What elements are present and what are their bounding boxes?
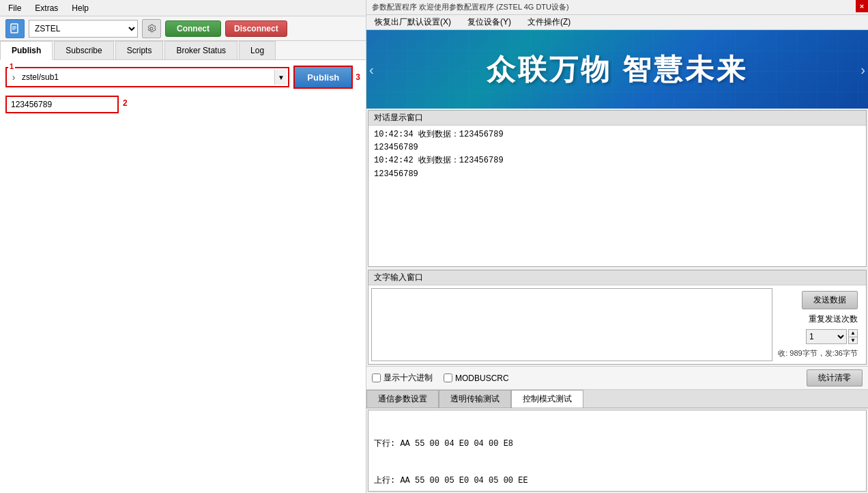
repeat-spinner[interactable]: ▲ ▼ xyxy=(848,329,858,344)
spinner-up[interactable]: ▲ xyxy=(849,330,857,337)
repeat-select-wrap: 1 ▲ ▼ xyxy=(806,329,858,344)
spinner-down[interactable]: ▼ xyxy=(849,337,857,344)
hex-checkbox-item: 显示十六进制 xyxy=(372,372,433,384)
dialog-display-panel: 对话显示窗口 10:42:34 收到数据：123456789 123456789… xyxy=(368,110,867,267)
topic-label-number: 1 xyxy=(8,62,15,70)
menu-file-ops[interactable]: 文件操作(Z) xyxy=(525,16,573,29)
tab-publish[interactable]: Publish xyxy=(0,41,53,60)
tab-log[interactable]: Log xyxy=(239,41,276,59)
input-controls: 发送数据 重复发送次数 1 ▲ ▼ 收: 989字节，发:36字节 xyxy=(772,288,863,361)
message-input[interactable] xyxy=(7,97,117,112)
hex-checkbox[interactable] xyxy=(372,374,381,382)
tab-broker-status[interactable]: Broker Status xyxy=(164,41,237,59)
menu-help[interactable]: Help xyxy=(69,2,91,14)
tab-control-mode[interactable]: 控制模式测试 xyxy=(511,390,583,408)
banner-nav-right[interactable]: › xyxy=(860,61,865,77)
message-label-number: 2 xyxy=(123,98,128,108)
publish-area: 1 › ▼ Publish 3 2 xyxy=(0,60,366,119)
menu-restore-default[interactable]: 恢复出厂默认设置(X) xyxy=(372,16,454,29)
dialog-content: 10:42:34 收到数据：123456789 123456789 10:42:… xyxy=(368,126,866,266)
close-button[interactable]: × xyxy=(856,0,868,12)
menu-reset-device[interactable]: 复位设备(Y) xyxy=(465,16,514,29)
modbus-checkbox-item: MODBUSCRC xyxy=(444,374,509,383)
clear-button[interactable]: 统计清零 xyxy=(807,369,863,386)
bottom-log: 下行: AA 55 00 04 E0 04 00 E8 上行: AA 55 00… xyxy=(368,410,867,492)
log-line-1: 上行: AA 55 00 05 E0 04 05 00 EE xyxy=(374,475,860,487)
text-input-panel: 文字输入窗口 发送数据 重复发送次数 1 ▲ ▼ 收: 9 xyxy=(368,270,867,365)
right-menu-bar: 参数配置程序 欢迎使用参数配置程序 (ZSTEL 4G DTU设备) × xyxy=(366,0,868,15)
tab-comm-params[interactable]: 通信参数设置 xyxy=(366,390,439,408)
settings-button[interactable] xyxy=(142,19,161,38)
dialog-line-1: 123456789 xyxy=(374,141,860,154)
new-doc-button[interactable] xyxy=(5,19,25,38)
dialog-line-2: 10:42:42 收到数据：123456789 xyxy=(374,154,860,167)
tab-subscribe[interactable]: Subscribe xyxy=(54,41,113,59)
publish-number-badge: 3 xyxy=(356,72,360,82)
repeat-label: 重复发送次数 xyxy=(809,313,858,325)
log-line-0: 下行: AA 55 00 04 E0 04 00 E8 xyxy=(374,438,860,450)
dialog-panel-title: 对话显示窗口 xyxy=(368,111,866,126)
modbus-checkbox[interactable] xyxy=(444,374,452,382)
topic-expand-icon[interactable]: › xyxy=(8,72,19,83)
toolbar: ZSTEL Connect Disconnect xyxy=(0,16,366,41)
tab-bar: Publish Subscribe Scripts Broker Status … xyxy=(0,41,366,60)
connect-button[interactable]: Connect xyxy=(165,20,221,37)
menu-file[interactable]: File xyxy=(5,2,24,14)
stat-text: 收: 989字节，发:36字节 xyxy=(778,348,858,358)
bottom-tab-bar: 通信参数设置 透明传输测试 控制模式测试 xyxy=(366,390,868,408)
tab-scripts[interactable]: Scripts xyxy=(115,41,164,59)
tab-transparent-test[interactable]: 透明传输测试 xyxy=(439,390,511,408)
banner-nav-left[interactable]: ‹ xyxy=(369,61,374,77)
send-data-button[interactable]: 发送数据 xyxy=(802,291,858,309)
right-sub-menu: 恢复出厂默认设置(X) 复位设备(Y) 文件操作(Z) xyxy=(366,15,868,30)
banner: ‹ 众联万物 智慧未来 › xyxy=(366,30,868,109)
input-panel-title: 文字输入窗口 xyxy=(368,270,866,285)
menu-bar: File Extras Help xyxy=(0,0,366,16)
connection-select[interactable]: ZSTEL xyxy=(29,20,138,38)
text-input-area[interactable] xyxy=(371,288,772,361)
publish-button[interactable]: Publish xyxy=(295,67,351,87)
checkbox-row: 显示十六进制 MODBUSCRC 统计清零 xyxy=(366,366,868,390)
dialog-line-0: 10:42:34 收到数据：123456789 xyxy=(374,128,860,141)
repeat-select[interactable]: 1 xyxy=(806,329,847,344)
right-title-text: 参数配置程序 欢迎使用参数配置程序 (ZSTEL 4G DTU设备) xyxy=(372,2,569,12)
banner-text: 众联万物 智慧未来 xyxy=(487,51,748,89)
input-panel-body: 发送数据 重复发送次数 1 ▲ ▼ 收: 989字节，发:36字节 xyxy=(368,285,866,364)
disconnect-button[interactable]: Disconnect xyxy=(225,20,287,37)
menu-extras[interactable]: Extras xyxy=(32,2,61,14)
dialog-line-3: 123456789 xyxy=(374,168,860,181)
topic-input[interactable] xyxy=(19,71,274,83)
modbus-label: MODBUSCRC xyxy=(455,374,509,383)
topic-dropdown-arrow[interactable]: ▼ xyxy=(274,70,287,85)
hex-label: 显示十六进制 xyxy=(384,372,433,384)
